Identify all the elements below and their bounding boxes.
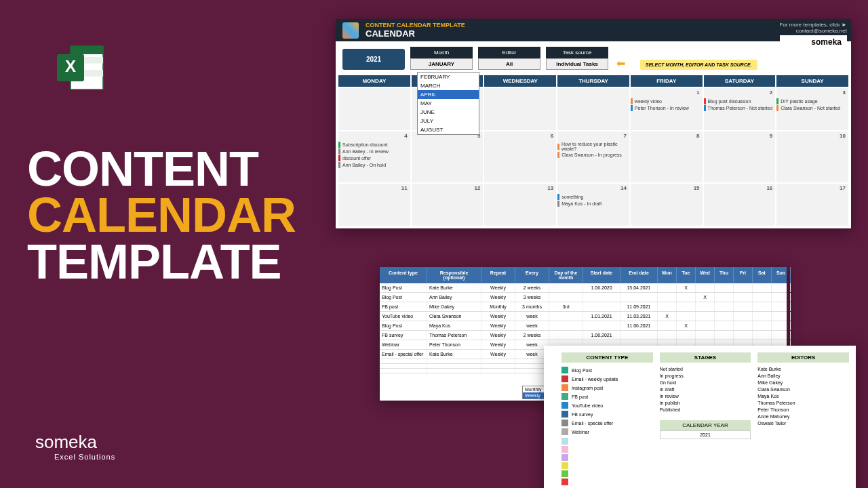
color-swatch [561, 479, 568, 485]
main-title: CONTENT CALENDAR TEMPLATE [27, 146, 296, 285]
content-type-item: Email - special offer [561, 420, 653, 426]
editor-item: Clara Swanson [757, 387, 849, 392]
calendar-cell[interactable]: 6 [484, 131, 556, 182]
calendar-year-input[interactable]: 2021 [660, 430, 751, 439]
calendar-cell[interactable] [484, 88, 556, 130]
content-type-item: Blog Post [561, 367, 653, 373]
calendar-cell[interactable]: 16 [704, 184, 776, 226]
month-option[interactable]: MARCH [418, 81, 479, 90]
table-header: Start date [583, 267, 620, 283]
brand-logo: someka Excel Solutions [35, 432, 115, 461]
table-row[interactable]: FB postMike OakeyMonthly3 months3rd11.09… [380, 302, 787, 312]
editor-dropdown[interactable]: All [478, 58, 540, 70]
source-dropdown[interactable]: Individual Tasks [546, 58, 608, 70]
calendar-cell[interactable]: 11 [338, 184, 410, 226]
table-header: Repeat [481, 267, 515, 283]
calendar-cell[interactable]: 15 [631, 184, 703, 226]
calendar-cell[interactable]: 8 [631, 131, 703, 182]
editor-item: Thomas Peterson [757, 401, 849, 405]
calendar-panel: CONTENT CALENDAR TEMPLATE CALENDAR For m… [336, 19, 851, 228]
table-header: Fri [734, 267, 753, 283]
calendar-cell[interactable]: 2Blog post discussionThomas Peterson - N… [704, 88, 776, 130]
excel-icon: X [54, 41, 108, 95]
table-header: End date [620, 267, 658, 283]
content-type-item: FB survey [561, 411, 653, 418]
day-header: FRIDAY [631, 75, 703, 87]
day-header: THURSDAY [557, 75, 629, 87]
table-row[interactable]: Blog PostKate BurkeWeekly2 weeks1.06.202… [380, 283, 787, 293]
stage-item: In publish [660, 401, 751, 405]
editor-item: Maya Kos [757, 394, 849, 399]
table-header: Mon [658, 267, 677, 283]
editor-item: Peter Thonson [757, 407, 849, 412]
someka-link[interactable]: someka [780, 35, 848, 49]
calendar-cell[interactable]: 5 [412, 131, 484, 182]
day-header: WEDNESDAY [484, 75, 556, 87]
table-header: Responsible (optional) [427, 267, 481, 283]
editor-item: Mike Oakey [757, 380, 849, 385]
calendar-cell[interactable]: 17 [776, 184, 848, 226]
calendar-cell[interactable]: 13 [484, 184, 556, 226]
content-type-item: Webinar [561, 428, 653, 435]
stage-item: In review [660, 394, 751, 399]
month-dropdown[interactable]: JANUARY [410, 58, 473, 70]
arrow-left-icon: ⬅ [616, 57, 625, 70]
content-type-item: Email - weekly update [561, 375, 653, 382]
calendar-cell[interactable]: 12 [412, 184, 484, 226]
month-option[interactable]: FEBRUARY [418, 73, 479, 81]
table-header: Day of the month [549, 267, 583, 283]
calendar-cell[interactable] [338, 88, 410, 130]
table-header: Tue [677, 267, 696, 283]
stage-item: In draft [660, 387, 751, 392]
content-type-item: Instagram post [561, 384, 653, 391]
calendar-cell[interactable]: 9 [704, 131, 776, 182]
editor-item: Ann Bailey [757, 373, 849, 378]
table-header: Thu [715, 267, 734, 283]
table-row[interactable]: YouTube videoClara SwansonWeeklyweek1.01… [380, 312, 787, 321]
calendar-cell[interactable] [557, 88, 629, 130]
table-header: Every [515, 267, 549, 283]
month-option[interactable]: MAY [418, 99, 479, 108]
content-type-item: FB post [561, 393, 653, 400]
stage-item: In progress [660, 373, 751, 378]
table-header: Wed [696, 267, 715, 283]
calendar-cell[interactable]: 1weekly videoPeter Thonson - In review [631, 88, 703, 130]
calendar-cell[interactable]: 10 [776, 131, 848, 182]
calendar-cell[interactable]: 14somethingMaya Kos - In draft [557, 184, 629, 226]
editor-item: Anne Mahoney [757, 414, 849, 419]
stage-item: Not started [660, 367, 751, 371]
color-swatch [561, 446, 568, 453]
table-header: Sun [772, 267, 791, 283]
app-logo-icon [342, 22, 359, 39]
settings-panel: CONTENT TYPE Blog PostEmail - weekly upd… [544, 346, 856, 488]
color-swatch [561, 470, 568, 477]
day-header: MONDAY [338, 75, 410, 87]
color-swatch [561, 438, 568, 445]
editor-item: Oswald Tailor [757, 421, 849, 426]
day-header: SATURDAY [704, 75, 776, 87]
month-dropdown-list[interactable]: FEBRUARYMARCHAPRILMAYJUNEJULYAUGUST [417, 72, 479, 135]
color-swatch [561, 454, 568, 461]
content-type-item: YouTube video [561, 402, 653, 409]
table-row[interactable]: Blog PostAnn BaileyWeekly3 weeksX [380, 293, 787, 302]
year-selector[interactable]: 2021 [342, 49, 405, 70]
calendar-cell[interactable]: 4Subscription discountAnn Bailey - In re… [338, 131, 410, 182]
color-swatch [561, 462, 568, 469]
stage-item: On hold [660, 380, 751, 385]
table-row[interactable]: Blog PostMaya KosWeeklyweek11.06.2021X [380, 321, 787, 331]
calendar-cell[interactable]: 3DIY plastic usageClara Swanson - Not st… [776, 88, 848, 130]
month-option[interactable]: JUNE [418, 108, 479, 117]
day-header: SUNDAY [776, 75, 848, 87]
month-option[interactable]: AUGUST [418, 125, 479, 134]
calendar-header: CONTENT CALENDAR TEMPLATE CALENDAR For m… [336, 19, 851, 41]
month-option[interactable]: JULY [418, 117, 479, 125]
calendar-cell[interactable]: 7How to reduce your plastic waste?Clara … [557, 131, 629, 182]
month-option[interactable]: APRIL [418, 90, 479, 99]
table-header: Content type [380, 267, 427, 283]
svg-rect-1 [71, 46, 103, 54]
table-header: Sat [753, 267, 772, 283]
stage-item: Published [660, 407, 751, 412]
hint-banner: SELECT MONTH, EDITOR AND TASK SOURCE. [640, 60, 757, 70]
table-row[interactable]: FB surveyThomas PetersonWeekly2 weeks1.0… [380, 331, 787, 340]
svg-text:X: X [65, 57, 76, 75]
